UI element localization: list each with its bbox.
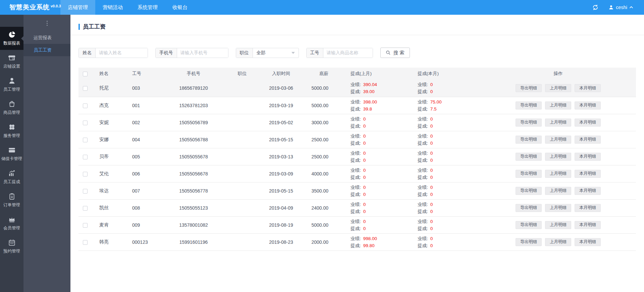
name-input[interactable] [96,48,148,58]
row-checkbox[interactable] [83,103,88,108]
last-month-detail-button[interactable]: 上月明细 [545,221,571,229]
sidebar-item-appointment-management[interactable]: 预约管理 [0,235,23,258]
cell-base-salary: 5000.00 [306,216,331,233]
this-month-detail-button[interactable]: 本月明细 [575,119,601,127]
select-all-checkbox[interactable] [83,72,88,76]
this-month-detail-button[interactable]: 本月明细 [575,187,601,195]
row-checkbox[interactable] [83,189,88,194]
export-detail-button[interactable]: 导出明细 [516,221,542,229]
this-month-detail-button[interactable]: 本月明细 [575,136,601,144]
export-detail-button[interactable]: 导出明细 [516,136,542,144]
commission-label: 提成: [351,226,361,231]
export-detail-button[interactable]: 导出明细 [516,119,542,127]
performance-value: 998.00 [363,236,377,241]
this-month-detail-button[interactable]: 本月明细 [575,238,601,246]
cell-position [228,131,256,148]
page-title: 员工工资 [83,23,106,30]
last-month-detail-button[interactable]: 上月明细 [545,119,571,127]
this-month-detail-button[interactable]: 本月明细 [575,153,601,161]
submenu-item-staff-salary[interactable]: 员工工资 [23,44,70,56]
submenu-item-operation-reports[interactable]: 运营报表 [23,31,70,44]
this-month-detail-button[interactable]: 本月明细 [575,204,601,212]
row-checkbox[interactable] [83,155,88,159]
performance-value: 75.00 [430,99,442,104]
performance-value: 0 [363,202,366,207]
performance-value: 0 [430,117,433,122]
cell-commission-this-month: 业绩:75.00 提成:7.5 [415,97,480,114]
sidebar-collapse-handle[interactable] [23,15,70,31]
last-month-detail-button[interactable]: 上月明细 [545,204,571,212]
cell-commission-last-month: 业绩:390.04 提成:39.00 [331,80,415,97]
this-month-detail-button[interactable]: 本月明细 [575,170,601,178]
header-phone: 手机号 [159,68,228,80]
cell-actions: 导出明细 上月明细 本月明细 [480,165,636,182]
export-detail-button[interactable]: 导出明细 [516,84,542,92]
sidebar-item-order-management[interactable]: 订单管理 [0,189,23,212]
nav-item-marketing[interactable]: 营销活动 [95,0,130,15]
sidebar-item-goods-management[interactable]: 商品管理 [0,96,23,119]
nav-item-cashier[interactable]: 收银台 [165,0,195,15]
staff-id-input[interactable] [323,48,373,58]
row-checkbox[interactable] [83,86,88,91]
last-month-detail-button[interactable]: 上月明细 [545,101,571,110]
cell-actions: 导出明细 上月明细 本月明细 [480,114,636,131]
table-row: 安娜 004 15055056788 2019-05-15 2500.00 业绩… [78,131,636,148]
search-button[interactable]: 搜 索 [380,48,410,58]
cell-name: 凯丝 [92,199,125,216]
last-month-detail-button[interactable]: 上月明细 [545,187,571,195]
last-month-detail-button[interactable]: 上月明细 [545,153,571,161]
last-month-detail-button[interactable]: 上月明细 [545,84,571,92]
performance-label: 业绩: [351,168,361,173]
sidebar-item-staff-management[interactable]: 员工管理 [0,73,23,96]
position-filter-label: 职位 [236,48,253,58]
row-checkbox[interactable] [83,206,88,211]
app-version: v0.0.3 [51,4,61,8]
cell-actions: 导出明细 上月明细 本月明细 [480,216,636,233]
last-month-detail-button[interactable]: 上月明细 [545,238,571,246]
refresh-icon[interactable] [592,4,598,10]
cell-base-salary: 5000.00 [306,80,331,97]
user-menu[interactable]: ceshi [608,5,633,10]
performance-value: 0 [363,151,366,156]
position-select[interactable]: 全部 [253,48,299,58]
table-row: 埃达 007 15055056778 2019-05-15 3500.00 业绩… [78,182,636,199]
sidebar-item-member-management[interactable]: 会员管理 [0,212,23,235]
cell-actions: 导出明细 上月明细 本月明细 [480,182,636,199]
search-icon [386,50,391,55]
cell-base-salary: 2400.00 [306,199,331,216]
this-month-detail-button[interactable]: 本月明细 [575,84,601,92]
position-filter: 职位 全部 [236,48,299,58]
sidebar-item-data-reports[interactable]: 数据报表 [0,27,23,50]
nav-item-system[interactable]: 系统管理 [130,0,165,15]
this-month-detail-button[interactable]: 本月明细 [575,101,601,110]
sidebar-item-stored-value-card[interactable]: 储值卡管理 [0,142,23,165]
commission-value: 39.8 [363,106,372,112]
row-checkbox[interactable] [83,121,88,125]
row-checkbox[interactable] [83,172,88,176]
this-month-detail-button[interactable]: 本月明细 [575,221,601,229]
export-detail-button[interactable]: 导出明细 [516,187,542,195]
last-month-detail-button[interactable]: 上月明细 [545,170,571,178]
export-detail-button[interactable]: 导出明细 [516,101,542,110]
sidebar-item-service-management[interactable]: 服务管理 [0,119,23,142]
export-detail-button[interactable]: 导出明细 [516,204,542,212]
row-checkbox[interactable] [83,138,88,142]
cell-name: 埃达 [92,182,125,199]
sidebar-item-staff-commission[interactable]: 员工提成 [0,165,23,189]
cell-commission-last-month: 业绩:398.00 提成:39.8 [331,97,415,114]
commission-label: 提成: [418,89,428,94]
cell-staff-id: 000123 [125,233,159,250]
header-name: 姓名 [92,68,125,80]
row-checkbox[interactable] [83,240,88,245]
title-accent-bar [78,24,80,30]
phone-input[interactable] [177,48,228,58]
sidebar-item-store-settings[interactable]: 店铺设置 [0,50,23,73]
cell-hire-date: 2019-05-15 [256,182,306,199]
nav-item-store-management[interactable]: 店铺管理 [60,0,95,15]
export-detail-button[interactable]: 导出明细 [516,153,542,161]
row-checkbox[interactable] [83,223,88,228]
export-detail-button[interactable]: 导出明细 [516,238,542,246]
cell-actions: 导出明细 上月明细 本月明细 [480,97,636,114]
last-month-detail-button[interactable]: 上月明细 [545,136,571,144]
export-detail-button[interactable]: 导出明细 [516,170,542,178]
